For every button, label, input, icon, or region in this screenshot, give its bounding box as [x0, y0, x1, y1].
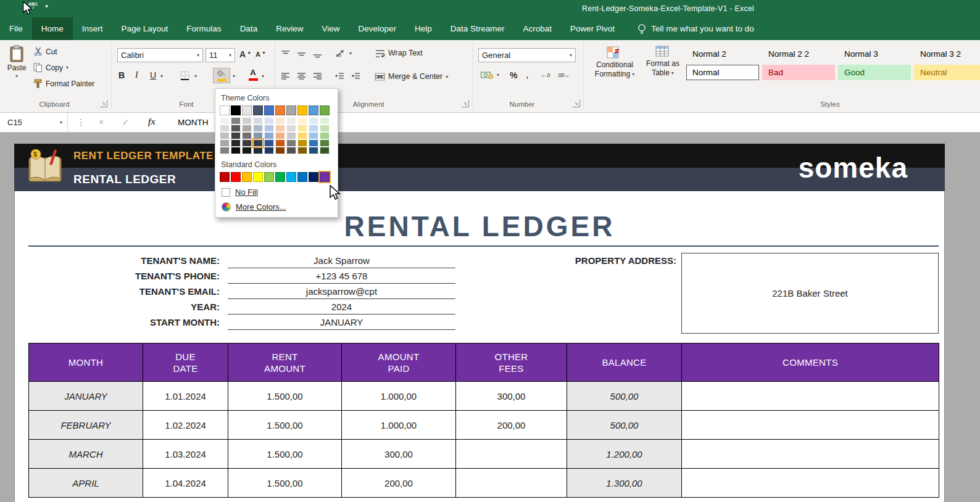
theme-variant-swatch[interactable] — [220, 132, 230, 139]
theme-variant-swatch[interactable] — [297, 139, 307, 147]
theme-variant-swatch[interactable] — [309, 117, 318, 125]
cell-style-normal-2-2[interactable]: Normal 2 2 — [762, 46, 835, 62]
theme-variant-swatch[interactable] — [264, 125, 274, 132]
theme-variant-swatch[interactable] — [220, 117, 230, 125]
cell-style-good[interactable]: Good — [838, 65, 911, 80]
copy-button[interactable]: Copy ▾ — [33, 63, 69, 72]
tenant-field-value[interactable]: JANUARY — [228, 315, 455, 330]
tab-review[interactable]: Review — [267, 17, 312, 40]
ledger-cell[interactable]: APRIL — [29, 469, 143, 498]
more-colors-option[interactable]: More Colors... — [220, 202, 334, 212]
ledger-cell[interactable]: FEBRUARY — [29, 411, 143, 440]
tenant-field-value[interactable]: +123 45 678 — [228, 268, 455, 284]
ledger-cell[interactable]: MARCH — [29, 440, 143, 469]
theme-variant-swatch[interactable] — [320, 139, 330, 147]
wrap-text-button[interactable]: Wrap Text — [375, 49, 423, 57]
ledger-cell[interactable]: 1.000,00 — [342, 411, 456, 440]
tab-acrobat[interactable]: Acrobat — [514, 17, 562, 40]
ledger-cell[interactable]: 200,00 — [342, 469, 456, 498]
accounting-format-button[interactable]: ▾ — [481, 71, 499, 79]
tab-help[interactable]: Help — [405, 17, 441, 40]
underline-button[interactable]: U — [150, 70, 156, 80]
theme-variant-swatch[interactable] — [309, 132, 318, 139]
qat-customize-icon[interactable]: ▾ — [45, 3, 48, 9]
standard-color-swatch[interactable] — [253, 172, 263, 182]
tenant-field-value[interactable]: jacksparrow@cpt — [228, 284, 455, 299]
paste-button[interactable]: Paste ▾ — [2, 45, 31, 79]
theme-variant-swatch[interactable] — [253, 125, 263, 132]
theme-variant-swatch[interactable] — [264, 147, 274, 154]
theme-variant-swatch[interactable] — [220, 139, 230, 147]
tab-file[interactable]: File — [0, 17, 32, 40]
merge-center-button[interactable]: Merge & Center ▾ — [375, 72, 448, 81]
ledger-cell[interactable]: 500,00 — [567, 382, 682, 411]
decrease-indent-button[interactable] — [335, 72, 344, 80]
font-color-button[interactable]: A — [246, 68, 260, 81]
theme-variant-swatch[interactable] — [242, 139, 252, 147]
standard-color-swatch[interactable] — [286, 172, 296, 182]
property-address-box[interactable]: 221B Baker Street — [681, 253, 939, 334]
ledger-cell[interactable]: 1.04.2024 — [143, 469, 228, 498]
standard-color-swatch[interactable] — [309, 172, 318, 182]
italic-button[interactable]: I — [135, 70, 138, 80]
standard-color-swatch[interactable] — [275, 172, 285, 182]
theme-variant-swatch[interactable] — [297, 132, 307, 139]
font-name-combo[interactable]: Calibri ▾ — [117, 48, 203, 62]
formula-content[interactable]: MONTH — [178, 118, 209, 127]
tab-home[interactable]: Home — [32, 17, 73, 40]
ledger-cell[interactable]: JANUARY — [29, 382, 143, 411]
theme-variant-swatch[interactable] — [242, 117, 252, 125]
tab-insert[interactable]: Insert — [73, 17, 112, 40]
cell-style-neutral[interactable]: Neutral — [914, 65, 980, 80]
tab-power-pivot[interactable]: Power Pivot — [561, 17, 624, 40]
tab-data[interactable]: Data — [231, 17, 267, 40]
ledger-cell[interactable]: 1.200,00 — [567, 440, 682, 469]
theme-variant-swatch[interactable] — [297, 125, 307, 132]
theme-variant-swatch[interactable] — [309, 125, 318, 132]
theme-variant-swatch[interactable] — [275, 117, 285, 125]
tell-me-box[interactable]: Tell me what you want to do — [637, 17, 754, 40]
cell-style-normal[interactable]: Normal — [686, 65, 759, 80]
middle-align-button[interactable] — [297, 50, 306, 58]
theme-color-swatch[interactable] — [286, 105, 296, 115]
enter-check-icon[interactable]: ✓ — [122, 117, 130, 127]
formula-bar-grip-icon[interactable]: ⋮ — [77, 117, 85, 127]
underline-caret-icon[interactable]: ▾ — [160, 73, 163, 79]
align-right-button[interactable] — [313, 72, 322, 80]
theme-variant-swatch[interactable] — [275, 132, 285, 139]
cell-style-normal-2[interactable]: Normal 2 — [686, 46, 759, 62]
theme-variant-swatch[interactable] — [231, 147, 241, 154]
theme-color-swatch[interactable] — [320, 105, 330, 115]
alignment-dialog-launcher[interactable]: ↘ — [462, 100, 469, 107]
top-align-button[interactable] — [281, 50, 290, 58]
standard-color-swatch[interactable] — [242, 172, 252, 182]
borders-caret-icon[interactable]: ▾ — [194, 73, 197, 79]
theme-variant-swatch[interactable] — [253, 147, 263, 154]
ledger-cell[interactable]: 1.000,00 — [342, 382, 456, 411]
theme-color-swatch[interactable] — [309, 105, 318, 115]
no-fill-option[interactable]: No Fill — [220, 187, 334, 197]
fill-color-caret-icon[interactable]: ▾ — [233, 73, 235, 79]
format-painter-button[interactable]: Format Painter — [33, 79, 94, 88]
ledger-cell[interactable]: 500,00 — [567, 411, 682, 440]
ledger-cell[interactable]: 200,00 — [456, 411, 567, 440]
font-size-combo[interactable]: 11 ▾ — [206, 48, 235, 62]
theme-variant-swatch[interactable] — [253, 132, 263, 139]
ledger-cell[interactable] — [682, 440, 939, 469]
align-left-button[interactable] — [281, 72, 290, 80]
theme-variant-swatch[interactable] — [286, 125, 296, 132]
theme-color-swatch[interactable] — [275, 105, 285, 115]
tab-data-streamer[interactable]: Data Streamer — [441, 17, 514, 40]
theme-variant-swatch[interactable] — [242, 132, 252, 139]
theme-variant-swatch[interactable] — [275, 147, 285, 154]
bold-button[interactable]: B — [118, 70, 125, 80]
theme-color-swatch[interactable] — [220, 105, 230, 115]
theme-variant-swatch[interactable] — [286, 147, 296, 154]
ledger-cell[interactable] — [456, 469, 567, 498]
conditional-formatting-button[interactable]: ≠ Conditional Formatting ▾ — [588, 45, 642, 78]
percent-style-button[interactable]: % — [510, 70, 517, 80]
standard-color-swatch[interactable] — [231, 172, 241, 182]
theme-variant-swatch[interactable] — [264, 132, 274, 139]
cell-style-bad[interactable]: Bad — [762, 65, 835, 80]
ledger-cell[interactable]: 1.500,00 — [228, 469, 342, 498]
